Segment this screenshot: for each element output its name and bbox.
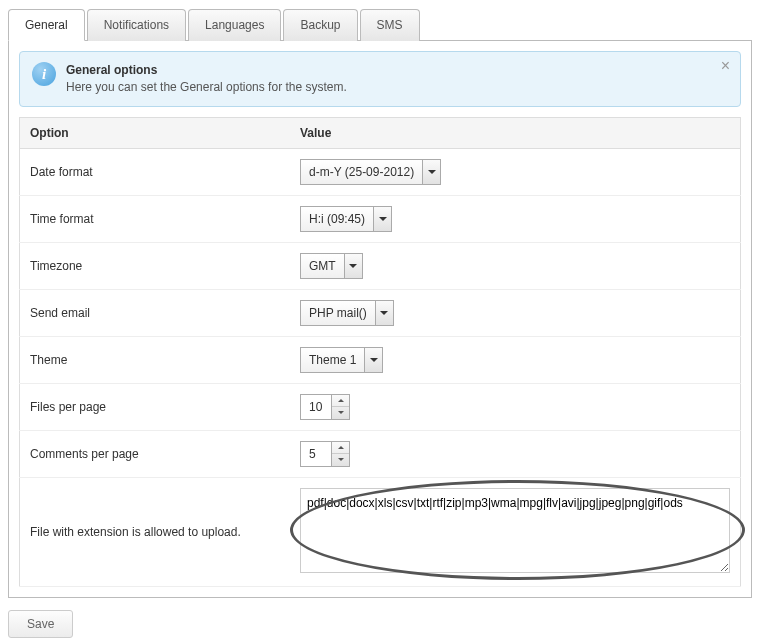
label-allowed-extensions: File with extension is allowed to upload… <box>20 477 291 586</box>
select-date-format[interactable]: d-m-Y (25-09-2012) <box>300 159 441 185</box>
select-theme[interactable]: Theme 1 <box>300 347 383 373</box>
label-theme: Theme <box>20 336 291 383</box>
chevron-down-icon[interactable] <box>422 160 440 184</box>
tabs-bar: General Notifications Languages Backup S… <box>8 8 752 41</box>
col-value: Value <box>290 117 741 148</box>
notice-title: General options <box>66 62 347 79</box>
chevron-down-icon[interactable] <box>344 254 362 278</box>
close-icon[interactable]: × <box>721 58 730 74</box>
spinner-files-per-page[interactable]: 10 <box>300 394 350 420</box>
chevron-up-icon[interactable] <box>332 395 349 407</box>
col-option: Option <box>20 117 291 148</box>
chevron-up-icon[interactable] <box>332 442 349 454</box>
tab-sms[interactable]: SMS <box>360 9 420 41</box>
label-date-format: Date format <box>20 148 291 195</box>
chevron-down-icon[interactable] <box>364 348 382 372</box>
spinner-comments-per-page[interactable]: 5 <box>300 441 350 467</box>
row-date-format: Date format d-m-Y (25-09-2012) <box>20 148 741 195</box>
save-button[interactable]: Save <box>8 610 73 638</box>
row-comments-per-page: Comments per page 5 <box>20 430 741 477</box>
notice-box: i General options Here you can set the G… <box>19 51 741 107</box>
select-send-email[interactable]: PHP mail() <box>300 300 394 326</box>
label-send-email: Send email <box>20 289 291 336</box>
label-comments-per-page: Comments per page <box>20 430 291 477</box>
label-timezone: Timezone <box>20 242 291 289</box>
chevron-down-icon[interactable] <box>375 301 393 325</box>
label-files-per-page: Files per page <box>20 383 291 430</box>
row-files-per-page: Files per page 10 <box>20 383 741 430</box>
row-theme: Theme Theme 1 <box>20 336 741 383</box>
chevron-down-icon[interactable] <box>373 207 391 231</box>
panel-general: i General options Here you can set the G… <box>8 41 752 598</box>
row-allowed-extensions: File with extension is allowed to upload… <box>20 477 741 586</box>
tab-backup[interactable]: Backup <box>283 9 357 41</box>
chevron-down-icon[interactable] <box>332 406 349 419</box>
notice-desc: Here you can set the General options for… <box>66 80 347 94</box>
select-time-format[interactable]: H:i (09:45) <box>300 206 392 232</box>
tab-languages[interactable]: Languages <box>188 9 281 41</box>
label-time-format: Time format <box>20 195 291 242</box>
options-table: Option Value Date format d-m-Y (25-09-20… <box>19 117 741 587</box>
tab-notifications[interactable]: Notifications <box>87 9 186 41</box>
row-timezone: Timezone GMT <box>20 242 741 289</box>
select-timezone[interactable]: GMT <box>300 253 363 279</box>
chevron-down-icon[interactable] <box>332 453 349 466</box>
row-time-format: Time format H:i (09:45) <box>20 195 741 242</box>
info-icon: i <box>32 62 56 86</box>
notice-text: General options Here you can set the Gen… <box>66 62 347 96</box>
textarea-allowed-extensions[interactable] <box>300 488 730 573</box>
tab-general[interactable]: General <box>8 9 85 41</box>
row-send-email: Send email PHP mail() <box>20 289 741 336</box>
